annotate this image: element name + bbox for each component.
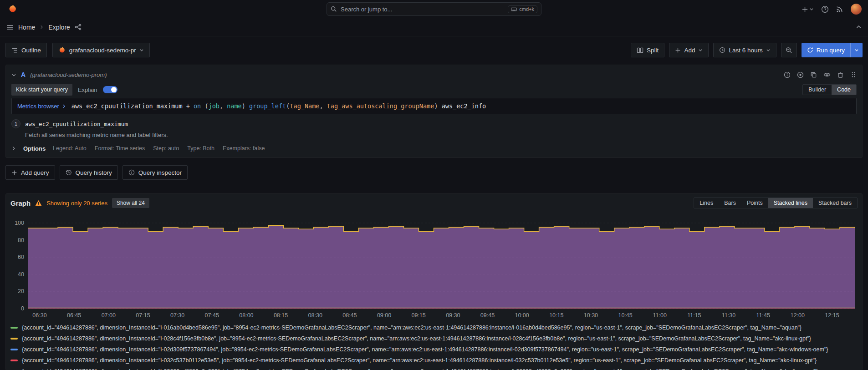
- collapse-header-button[interactable]: [856, 24, 862, 30]
- x-axis-label: 12:15: [825, 312, 839, 319]
- info-circle-icon: [784, 71, 791, 78]
- shortcut-label: cmd+k: [519, 6, 534, 12]
- query-token: ,: [220, 102, 227, 110]
- split-button[interactable]: Split: [631, 43, 664, 57]
- editor-mode-code[interactable]: Code: [832, 85, 856, 95]
- time-range-picker[interactable]: Last 6 hours: [713, 43, 776, 57]
- datasource-picker[interactable]: grafanacloud-sedemo-pr: [52, 43, 150, 57]
- drag-handle[interactable]: [850, 71, 857, 78]
- explain-step-code: aws_ec2_cpuutilization_maximum: [25, 121, 128, 127]
- x-axis-label: 10:45: [618, 312, 632, 319]
- kick-start-button[interactable]: Kick start your query: [11, 84, 72, 96]
- graph-mode-bars[interactable]: Bars: [719, 198, 741, 208]
- plus-icon: [675, 47, 681, 53]
- graph-mode-points[interactable]: Points: [741, 198, 768, 208]
- datasource-help-button[interactable]: [784, 71, 791, 78]
- grafana-flame-icon: [8, 4, 18, 14]
- query-field[interactable]: Metrics browser aws_ec2_cpuutilization_m…: [11, 98, 857, 114]
- y-axis-label: 20: [18, 288, 24, 294]
- top-nav-right: [802, 4, 862, 15]
- x-axis-label: 09:00: [377, 312, 391, 319]
- graph-mode-stacked-bars[interactable]: Stacked bars: [813, 198, 857, 208]
- add-query-button[interactable]: Add query: [5, 165, 55, 180]
- help-button[interactable]: [821, 5, 829, 13]
- query-history-button[interactable]: Query history: [60, 165, 118, 180]
- legend-item[interactable]: {account_id="494614287886", dimension_In…: [10, 344, 858, 355]
- user-avatar[interactable]: [851, 4, 862, 15]
- split-label: Split: [647, 47, 659, 54]
- graph-chart[interactable]: 02040608010006:3006:4507:0007:1507:3007:…: [10, 209, 858, 320]
- toolbar-right: Split Add Last 6 hours: [631, 43, 863, 57]
- x-axis-label: 11:45: [756, 312, 770, 319]
- chevron-down-icon: [11, 72, 16, 77]
- x-axis-label: 10:00: [515, 312, 529, 319]
- remove-query-button[interactable]: [837, 71, 844, 78]
- hamburger-icon: [6, 24, 14, 31]
- query-token: tag_aws_autoscaling_groupName: [327, 102, 434, 110]
- mega-menu-button[interactable]: [6, 24, 14, 31]
- options-expand-button[interactable]: [11, 146, 16, 151]
- legend-swatch: [10, 338, 18, 340]
- run-query-options-button[interactable]: [850, 43, 863, 57]
- zoom-out-icon: [786, 47, 792, 54]
- collapse-query-button[interactable]: [11, 72, 16, 77]
- breadcrumb-home[interactable]: Home: [18, 24, 35, 31]
- chevron-down-icon: [809, 7, 814, 11]
- query-token: aws_ec2_info: [442, 102, 486, 110]
- metrics-browser-button[interactable]: Metrics browser: [12, 103, 71, 110]
- chevron-down-icon: [698, 48, 703, 52]
- query-expression[interactable]: aws_ec2_cpuutilization_maximum + on (job…: [71, 102, 486, 110]
- run-query-button[interactable]: Run query: [802, 43, 863, 57]
- breadcrumb-explore[interactable]: Explore: [48, 24, 70, 31]
- search-input[interactable]: Search or jump to... cmd+k: [327, 2, 541, 16]
- legend-label: {account_id="494614287886", dimension_In…: [22, 357, 817, 364]
- query-editor-panel: A (grafanacloud-sedemo-prom): [5, 65, 863, 158]
- options-label[interactable]: Options: [23, 145, 46, 152]
- grip-icon: [850, 71, 857, 78]
- share-shortlink-button[interactable]: [75, 24, 82, 30]
- outline-button[interactable]: Outline: [5, 43, 47, 57]
- new-menu-button[interactable]: [802, 6, 814, 13]
- x-axis-label: 09:15: [412, 312, 426, 319]
- graph-mode-stacked-lines[interactable]: Stacked lines: [768, 198, 813, 208]
- search-placeholder: Search or jump to...: [341, 6, 392, 13]
- legend-item[interactable]: {account_id="494614287886", dimension_In…: [10, 355, 858, 366]
- query-token: aws_ec2_cpuutilization_maximum: [71, 102, 183, 110]
- add-button[interactable]: Add: [669, 43, 709, 57]
- duplicate-query-button[interactable]: [810, 71, 817, 78]
- legend-label: {account_id="494614287886", dimension_In…: [22, 335, 811, 342]
- query-token: ): [242, 102, 249, 110]
- disable-query-button[interactable]: [797, 71, 804, 78]
- y-axis-label: 0: [21, 305, 24, 312]
- x-axis-label: 06:45: [67, 312, 81, 319]
- breadcrumb: Home Explore: [18, 24, 70, 31]
- time-range-label: Last 6 hours: [729, 47, 762, 54]
- query-token: (: [201, 102, 208, 110]
- legend-item[interactable]: {account_id="494614287886", dimension_In…: [10, 366, 858, 370]
- grafana-logo[interactable]: [6, 3, 19, 15]
- hide-response-button[interactable]: [823, 71, 831, 78]
- show-all-series-button[interactable]: Show all 24: [112, 198, 149, 208]
- metrics-browser-label: Metrics browser: [17, 103, 59, 110]
- add-label: Add: [684, 47, 695, 54]
- query-ref-id[interactable]: A: [21, 71, 26, 78]
- query-inspector-button[interactable]: Query inspector: [123, 165, 188, 180]
- news-button[interactable]: [836, 5, 843, 13]
- explore-actions-row: Add query Query history Query inspector: [5, 165, 863, 180]
- graph-mode-lines[interactable]: Lines: [694, 198, 719, 208]
- chevron-down-icon: [139, 48, 144, 52]
- y-axis-label: 100: [15, 220, 24, 226]
- editor-mode-builder[interactable]: Builder: [803, 85, 832, 95]
- explain-step: 1 aws_ec2_cpuutilization_maximum: [11, 119, 857, 129]
- graph-panel: Graph Showing only 20 series Show all 24…: [5, 193, 863, 370]
- option-summary-item: Exemplars: false: [223, 145, 265, 152]
- zoom-out-button[interactable]: [781, 43, 797, 57]
- legend-item[interactable]: {account_id="494614287886", dimension_In…: [10, 333, 858, 344]
- query-token: on: [194, 102, 201, 110]
- info-circle-icon: [128, 169, 135, 176]
- legend-label: {account_id="494614287886", dimension_In…: [22, 324, 802, 331]
- query-options-row[interactable]: Options Legend: AutoFormat: Time seriesS…: [11, 143, 857, 154]
- legend-item[interactable]: {account_id="494614287886", dimension_In…: [10, 322, 858, 333]
- explain-toggle[interactable]: [103, 86, 117, 93]
- query-row-actions: [784, 71, 857, 78]
